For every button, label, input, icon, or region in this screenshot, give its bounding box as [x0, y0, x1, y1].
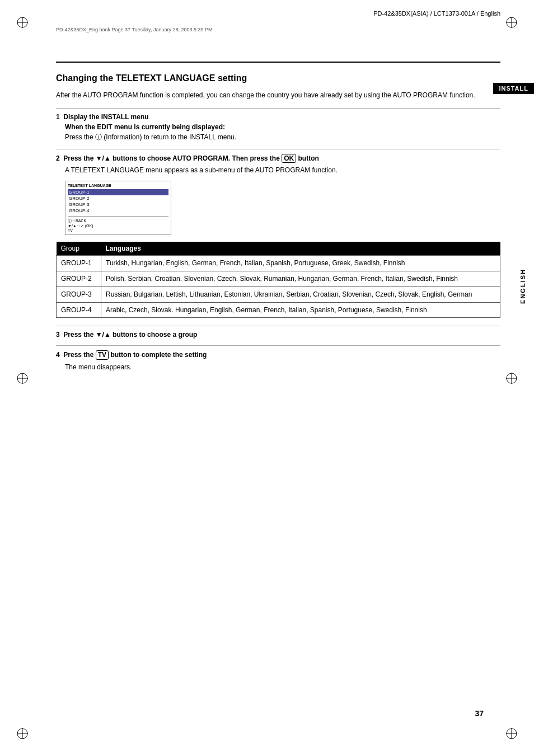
table-row: GROUP-3 Russian, Bulgarian, Lettish, Lit…	[57, 287, 500, 302]
step-4: 4 Press the TV button to complete the se…	[56, 350, 500, 372]
language-table: Group Languages GROUP-1 Turkish, Hungari…	[56, 242, 500, 318]
table-header-languages: Languages	[101, 242, 500, 256]
table-cell-languages-1: Turkish, Hungarian, English, German, Fre…	[101, 256, 500, 271]
table-cell-group-4: GROUP-4	[57, 302, 101, 318]
step-4-label: Press the TV button to complete the sett…	[63, 351, 207, 359]
step-1: 1 Display the INSTALL menu When the EDIT…	[56, 113, 500, 142]
screen-footer: ⓘ→BACK ▼/▲→✓ (OK) TV	[68, 216, 168, 232]
screen-title: TELETEXT LANGUAGE	[68, 184, 168, 187]
screen-item-2: GROUP-3	[68, 201, 168, 208]
screen-item-1: GROUP-2	[68, 195, 168, 201]
ok-symbol: OK	[282, 154, 296, 163]
product-header: PD-42&35DX(ASIA) / LCT1373-001A / Englis…	[373, 10, 500, 17]
reg-mark-top-right	[505, 16, 518, 29]
step-3-number: 3	[56, 331, 63, 339]
step-3-label: Press the ▼/▲ buttons to choose a group	[63, 331, 197, 339]
step-4-number: 4	[56, 351, 63, 359]
reg-mark-middle-left	[16, 372, 29, 385]
reg-mark-middle-right	[505, 372, 518, 385]
step-1-body: Press the ⓘ (Information) to return to t…	[65, 132, 500, 142]
step-2-heading: 2 Press the ▼/▲ buttons to choose AUTO P…	[56, 154, 500, 163]
step-divider-2	[56, 326, 500, 326]
table-header-group: Group	[57, 242, 101, 256]
intro-paragraph: After the AUTO PROGRAM function is compl…	[56, 90, 500, 100]
screen-footer-line2: ▼/▲→✓ (OK)	[68, 224, 168, 228]
step-divider-3	[56, 345, 500, 346]
step-2-label: Press the ▼/▲ buttons to choose AUTO PRO…	[63, 154, 318, 162]
step-3-heading: 3 Press the ▼/▲ buttons to choose a grou…	[56, 331, 500, 339]
file-info: PD-42&35DX_Eng.book Page 37 Tuesday, Jan…	[56, 27, 213, 32]
main-content: Changing the TELETEXT LANGUAGE setting A…	[56, 62, 500, 711]
step-2-number: 2	[56, 154, 63, 162]
top-border	[56, 62, 500, 63]
table-row: GROUP-2 Polish, Serbian, Croatian, Slove…	[57, 271, 500, 287]
step-divider-1	[56, 149, 500, 149]
screen-footer-line3: TV	[68, 228, 168, 232]
section-title: Changing the TELETEXT LANGUAGE setting	[56, 73, 500, 84]
step-2: 2 Press the ▼/▲ buttons to choose AUTO P…	[56, 154, 500, 235]
reg-mark-top-left	[16, 16, 29, 29]
step-divider-0	[56, 108, 500, 109]
step-4-body: The menu disappears.	[65, 362, 500, 372]
screen-footer-line1: ⓘ→BACK	[68, 218, 168, 224]
table-cell-languages-4: Arabic, Czech, Slovak. Hungarian, Englis…	[101, 302, 500, 318]
table-cell-languages-2: Polish, Serbian, Croatian, Slovenian, Cz…	[101, 271, 500, 287]
english-label: ENGLISH	[519, 269, 526, 304]
step-1-sub-heading: When the EDIT menu is currently being di…	[65, 123, 500, 131]
table-row: GROUP-4 Arabic, Czech, Slovak. Hungarian…	[57, 302, 500, 318]
table-cell-group-2: GROUP-2	[57, 271, 101, 287]
step-1-number: 1	[56, 113, 63, 121]
step-3: 3 Press the ▼/▲ buttons to choose a grou…	[56, 331, 500, 339]
table-cell-languages-3: Russian, Bulgarian, Lettish, Lithuanian,…	[101, 287, 500, 302]
reg-mark-bottom-left	[16, 727, 29, 740]
screen-item-3: GROUP-4	[68, 208, 168, 214]
screen-diagram: TELETEXT LANGUAGE GROUP-1 GROUP-2 GROUP-…	[65, 181, 171, 235]
screen-item-0: GROUP-1	[68, 189, 168, 195]
table-row: GROUP-1 Turkish, Hungarian, English, Ger…	[57, 256, 500, 271]
table-cell-group-1: GROUP-1	[57, 256, 101, 271]
tv-symbol: TV	[96, 350, 109, 359]
table-cell-group-3: GROUP-3	[57, 287, 101, 302]
step-1-label: Display the INSTALL menu	[63, 113, 148, 121]
step-4-heading: 4 Press the TV button to complete the se…	[56, 350, 500, 359]
step-2-body: A TELETEXT LANGUAGE menu appears as a su…	[65, 165, 500, 175]
step-1-heading: 1 Display the INSTALL menu	[56, 113, 500, 121]
reg-mark-bottom-right	[505, 727, 518, 740]
